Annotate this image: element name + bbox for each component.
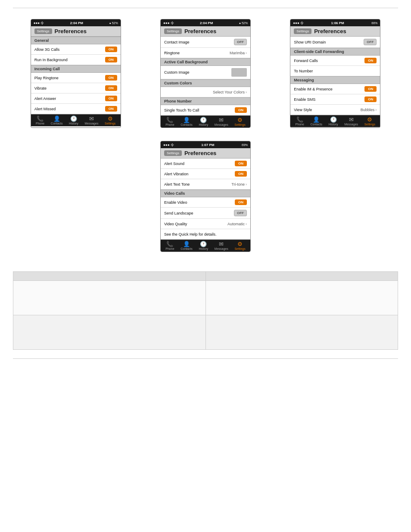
label-single-touch: Single Touch To Call	[164, 108, 199, 112]
toggle-enable-video[interactable]: ON	[235, 199, 247, 205]
tab-phone-3[interactable]: 📞 Phone	[296, 117, 304, 126]
toggle-alert-missed[interactable]: ON	[105, 106, 117, 112]
tab-messages-2[interactable]: ✉ Messages	[215, 117, 228, 126]
label-forward-calls: Forward Calls	[294, 59, 318, 63]
back-button-1[interactable]: Settings	[34, 28, 52, 34]
battery-1: ● 52%	[109, 22, 118, 25]
toggle-vibrate[interactable]: ON	[105, 85, 117, 91]
toggle-forward-calls[interactable]: ON	[364, 58, 377, 63]
phone-icon-1: 📞	[37, 116, 44, 121]
tab-contacts-3[interactable]: 👤 Contacts	[310, 117, 322, 126]
tab-contacts-2[interactable]: 👤 Contacts	[181, 117, 193, 126]
tab-history-2[interactable]: 🕐 History	[199, 117, 208, 126]
toggle-run-background[interactable]: ON	[105, 57, 117, 62]
row-ringtone[interactable]: Ringtone Marimba ›	[161, 48, 250, 58]
nav-title-4: Preferences	[184, 150, 216, 156]
tab-label-messages-1: Messages	[85, 122, 99, 125]
row-alert-text-tone[interactable]: Alert Text Tone Tri-tone ›	[161, 179, 250, 190]
label-video-quality: Video Quality	[164, 222, 187, 226]
row-alert-missed: Alert Missed ON	[31, 104, 121, 114]
value-video-quality: Automatic ›	[227, 222, 247, 226]
row-enable-im: Enable IM & Presence ON	[290, 84, 380, 94]
section-custom-colors: Custom Colors	[161, 79, 250, 87]
back-button-3[interactable]: Settings	[294, 28, 311, 34]
row-send-landscape: Send Landscape OFF	[161, 208, 250, 219]
body-3: Show URI Domain OFF Client-side Call For…	[290, 37, 380, 115]
chevron-text-tone: ›	[246, 182, 247, 187]
toggle-single-touch[interactable]: ON	[235, 107, 247, 113]
row-single-touch: Single Touch To Call ON	[161, 105, 250, 115]
row-show-uri: Show URI Domain OFF	[290, 37, 380, 48]
row-play-ringtone: Play Ringtone ON	[31, 73, 121, 83]
toggle-play-ringtone[interactable]: ON	[105, 75, 117, 81]
value-alert-text-tone: Tri-tone ›	[231, 182, 247, 187]
chevron-view-style: ›	[375, 108, 377, 112]
tab-settings-1[interactable]: ⚙ Settings	[105, 116, 115, 125]
tab-history-3[interactable]: 🕐 History	[329, 117, 338, 126]
toggle-alert-vibration[interactable]: ON	[235, 171, 247, 177]
row-run-background: Run In Background ON	[31, 55, 121, 65]
screenshots-grid: ●●● 令 2:04 PM ● 52% Settings Preferences…	[0, 8, 411, 263]
toggle-alert-sound[interactable]: ON	[235, 161, 247, 166]
tab-settings-4[interactable]: ⚙ Settings	[234, 241, 245, 250]
table-header-col2	[206, 272, 398, 281]
section-messaging: Messaging	[290, 76, 380, 84]
tab-phone-1[interactable]: 📞 Phone	[36, 116, 44, 125]
contacts-icon-4: 👤	[183, 241, 190, 247]
tab-phone-4[interactable]: 📞 Phone	[165, 241, 174, 250]
phone-icon-3: 📞	[296, 117, 303, 122]
back-button-2[interactable]: Settings	[164, 28, 182, 34]
nav-bar-1: Settings Preferences	[31, 26, 121, 37]
back-button-4[interactable]: Settings	[164, 150, 182, 156]
messages-icon-2: ✉	[219, 117, 224, 123]
tab-history-4[interactable]: 🕐 History	[199, 241, 208, 250]
value-select-colors: Select Your Colors ›	[213, 90, 247, 94]
nav-bar-2: Settings Preferences	[161, 26, 250, 37]
table-cell-1-1	[13, 281, 206, 315]
signal-1: ●●● 令	[34, 21, 44, 25]
tab-messages-4[interactable]: ✉ Messages	[215, 241, 228, 250]
toggle-alert-answer[interactable]: ON	[105, 96, 117, 101]
nav-title-1: Preferences	[55, 28, 87, 34]
tab-settings-3[interactable]: ⚙ Settings	[364, 117, 375, 126]
toggle-show-uri[interactable]: OFF	[364, 39, 377, 45]
body-1: General Allow 3G Calls ON Run In Backgro…	[31, 37, 121, 114]
tab-label-settings-3: Settings	[364, 123, 375, 126]
tab-label-history-2: History	[199, 123, 208, 126]
tab-phone-2[interactable]: 📞 Phone	[165, 117, 174, 126]
section-incoming: Incoming Call	[31, 65, 121, 73]
tab-label-history-4: History	[199, 247, 208, 250]
tab-label-messages-2: Messages	[215, 123, 228, 126]
value-view-style: Bubbles ›	[361, 108, 377, 112]
section-video-calls: Video Calls	[161, 190, 250, 197]
bottom-rule	[13, 358, 398, 359]
tab-label-contacts-1: Contacts	[51, 122, 63, 125]
tab-messages-1[interactable]: ✉ Messages	[85, 116, 99, 125]
tab-history-1[interactable]: 🕐 History	[69, 116, 78, 125]
toggle-enable-im[interactable]: ON	[364, 86, 377, 92]
nav-bar-3: Settings Preferences	[290, 26, 380, 37]
toggle-send-landscape[interactable]: OFF	[234, 210, 247, 216]
tab-settings-2[interactable]: ⚙ Settings	[234, 117, 245, 126]
tab-messages-3[interactable]: ✉ Messages	[344, 117, 358, 126]
bottom-table	[13, 271, 398, 350]
tab-contacts-1[interactable]: 👤 Contacts	[51, 116, 63, 125]
toggle-contact-image[interactable]: OFF	[234, 39, 247, 45]
row-quick-help-note: See the Quick Help for details.	[161, 229, 250, 240]
status-bar-1: ●●● 令 2:04 PM ● 52%	[31, 19, 121, 26]
tab-label-settings-1: Settings	[105, 122, 115, 125]
toggle-enable-sms[interactable]: ON	[364, 96, 377, 102]
section-general: General	[31, 37, 121, 44]
row-select-colors[interactable]: Select Your Colors ›	[161, 87, 250, 97]
tab-label-history-1: History	[69, 122, 78, 125]
tab-label-messages-3: Messages	[344, 123, 358, 126]
section-active-call-bg: Active Call Background	[161, 58, 250, 66]
tab-label-messages-4: Messages	[215, 247, 228, 250]
table-cell-1-2	[206, 281, 398, 315]
tab-contacts-4[interactable]: 👤 Contacts	[181, 241, 193, 250]
time-4: 1:07 PM	[201, 143, 214, 147]
toggle-allow-3g[interactable]: ON	[105, 47, 117, 52]
row-video-quality[interactable]: Video Quality Automatic ›	[161, 219, 250, 229]
row-enable-sms: Enable SMS ON	[290, 94, 380, 105]
row-view-style[interactable]: View Style Bubbles ›	[290, 105, 380, 115]
